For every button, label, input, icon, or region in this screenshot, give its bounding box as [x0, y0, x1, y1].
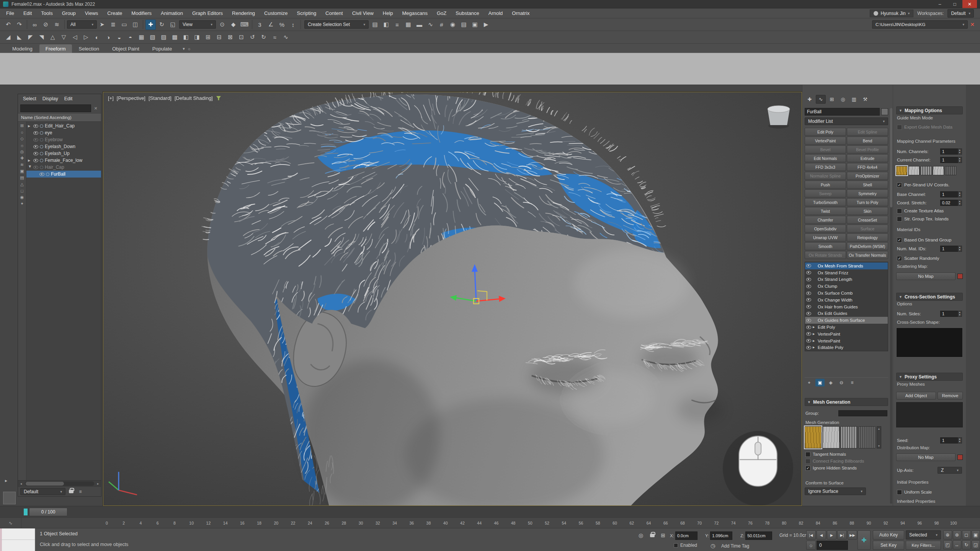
project-path-field[interactable]: C:\Users\JIN\Desktop\KG▾	[872, 20, 968, 29]
user-account-button[interactable]: Hyunsuk Jin ▾	[870, 10, 913, 17]
select-and-move-icon[interactable]: ✚	[145, 20, 156, 30]
coord-stretch-spinner[interactable]: 0.02▲▼	[940, 200, 962, 206]
show-end-result-icon[interactable]: ▣	[815, 379, 825, 386]
strand-preset-thumbnail[interactable]	[805, 426, 822, 448]
swiftloop-tool-icon[interactable]: ⊠	[225, 32, 235, 42]
modifier-visibility-icon[interactable]	[806, 312, 811, 315]
modifier-button[interactable]: Normalize Spline	[805, 172, 846, 180]
utilities-tab-icon[interactable]: ⚒	[860, 95, 870, 104]
cross-section-shape-preview[interactable]	[896, 328, 963, 357]
viewport-filter-funnel-icon[interactable]	[216, 96, 221, 101]
time-slider-track[interactable]: 0 / 100	[0, 506, 980, 517]
auto-key-button[interactable]: Auto Key	[873, 530, 904, 540]
modifier-button[interactable]: FFD 4x4x4	[847, 163, 888, 171]
geometry-filter-icon[interactable]: ○	[19, 129, 26, 135]
flatten-brush-icon[interactable]: ∿	[281, 32, 291, 42]
spinner-snap-icon[interactable]: ↕	[288, 20, 298, 30]
key-mode-toggle[interactable]: ◇	[806, 541, 816, 550]
current-frame-field[interactable]: 0	[817, 541, 848, 550]
xrefs-filter-icon[interactable]: ▤	[19, 174, 26, 181]
orbit-icon[interactable]: ↻	[962, 540, 971, 549]
scroll-right-icon[interactable]: ▸	[95, 482, 101, 486]
modifier-button[interactable]: Shell	[847, 181, 888, 189]
display-tab-icon[interactable]: ▥	[849, 95, 859, 104]
modifier-button[interactable]: Symmetry	[847, 189, 888, 197]
visibility-eye-icon[interactable]	[39, 173, 44, 176]
expander-icon[interactable]: ▶	[813, 339, 816, 342]
mesh-gen-checkbox[interactable]: Ignore Hidden Strands	[805, 465, 888, 471]
conform-surface-dropdown[interactable]: Ignore Surface▾	[805, 487, 866, 495]
zoom-all-icon[interactable]: ⊛	[953, 530, 962, 540]
modifier-visibility-icon[interactable]	[806, 292, 811, 295]
toggle-ribbon-icon[interactable]: ▬	[414, 20, 425, 30]
modifier-button[interactable]: Smooth	[805, 242, 846, 250]
enabled-toggle[interactable]	[674, 543, 678, 548]
modifier-stack-row[interactable]: ▶ Ox Strand Length	[805, 276, 888, 283]
ribbon-tab[interactable]: Selection	[73, 44, 105, 53]
menu-item[interactable]: Modifiers	[127, 8, 156, 18]
reference-coordinate-dropdown[interactable]: View▾	[179, 20, 216, 29]
map-enable-toggle[interactable]	[957, 455, 963, 460]
next-frame-button[interactable]: ▶|	[837, 530, 847, 540]
modifier-visibility-icon[interactable]	[806, 264, 811, 267]
object-color-swatch[interactable]	[881, 108, 888, 115]
modifier-button[interactable]: Extrude	[847, 154, 888, 162]
export-guide-mesh-checkbox[interactable]: Export Guide Mesh Data	[896, 124, 963, 130]
configure-modifier-sets-icon[interactable]: ≡	[848, 379, 857, 386]
menu-item[interactable]: Create	[103, 8, 127, 18]
distribution-map-button[interactable]: No Map	[896, 453, 956, 461]
key-filters-button[interactable]: Key Filters...	[906, 541, 941, 550]
modifier-button[interactable]: FFD 3x3x3	[805, 163, 846, 171]
explorer-row[interactable]: ▶ Hair_Cap	[26, 164, 101, 171]
render-production-icon[interactable]: ▶	[481, 20, 491, 30]
quickslice-tool-icon[interactable]: ⊟	[214, 32, 224, 42]
play-button[interactable]: ▶	[827, 530, 836, 540]
create-tab-icon[interactable]: ✚	[805, 95, 815, 104]
menu-item[interactable]: Customize	[260, 8, 292, 18]
modifier-button[interactable]: Unwrap UVW	[805, 233, 846, 241]
spacewarps-filter-icon[interactable]: ≋	[19, 161, 26, 168]
modifier-button[interactable]: Push	[805, 181, 846, 189]
smudge-brush-icon[interactable]: ≈	[270, 32, 280, 42]
border-mode-icon[interactable]: ◤	[25, 32, 36, 42]
soft-selection-icon[interactable]: ▽	[59, 32, 69, 42]
menu-item[interactable]: Tools	[36, 8, 57, 18]
corner-widget[interactable]	[3, 492, 16, 504]
modifier-list-dropdown[interactable]: Modifier List▾	[805, 117, 888, 125]
base-channel-spinner[interactable]: 1▲▼	[940, 191, 962, 197]
cut-tool-icon[interactable]: ◨	[192, 32, 202, 42]
minimize-button[interactable]: –	[933, 0, 947, 8]
isolate-selection-icon[interactable]: ◎	[636, 531, 645, 540]
unlink-selection-icon[interactable]: ⊘	[41, 20, 51, 30]
rollout-mapping-options[interactable]: ▼Mapping Options	[896, 106, 963, 114]
menu-item[interactable]: Views	[80, 8, 103, 18]
hierarchy-tab-icon[interactable]: ⊞	[827, 95, 837, 104]
checkbox[interactable]	[805, 459, 810, 464]
set-keys-button[interactable]: ✚	[858, 530, 871, 550]
strand-preset-thumbnail[interactable]	[841, 426, 858, 448]
schematic-view-icon[interactable]: #	[436, 20, 447, 30]
explorer-row[interactable]: ▶ Eyebrow	[26, 136, 101, 143]
materials-filter-icon[interactable]: ◉	[19, 194, 26, 201]
expander-icon[interactable]: ▶	[813, 333, 816, 336]
modifier-stack-row[interactable]: ▶ VertexPaint	[805, 337, 888, 344]
rollout-mesh-generation[interactable]: ▼Mesh Generation	[805, 398, 888, 406]
expander-icon[interactable]: ▶	[813, 326, 816, 329]
shrink-selection-icon[interactable]: ◐	[92, 32, 102, 42]
viewport-menu-standard[interactable]: [Standard]	[149, 95, 172, 101]
cameras-filter-icon[interactable]: ◎	[19, 148, 26, 155]
y-coordinate-field[interactable]: 1.096cm	[710, 531, 732, 540]
viewport-menu-general[interactable]: [+]	[108, 95, 114, 101]
select-and-rotate-icon[interactable]: ↻	[157, 20, 167, 30]
mesh-gen-checkbox[interactable]: Connect Facing Billboards	[805, 458, 888, 465]
target-weld-icon[interactable]: ◧	[181, 32, 191, 42]
expander-icon[interactable]: ▶	[28, 165, 32, 169]
curve-editor-icon[interactable]: ∿	[425, 20, 436, 30]
menu-item[interactable]: Animation	[156, 8, 188, 18]
bind-spacewarp-icon[interactable]: ≋	[52, 20, 62, 30]
menu-item[interactable]: Megascans	[398, 8, 432, 18]
modifier-button[interactable]: Retopology	[847, 233, 888, 241]
ribbon-tab[interactable]: Modeling	[6, 44, 39, 53]
up-axis-dropdown[interactable]: Z▾	[938, 467, 962, 474]
modify-tab-icon[interactable]: ∿	[816, 95, 826, 104]
